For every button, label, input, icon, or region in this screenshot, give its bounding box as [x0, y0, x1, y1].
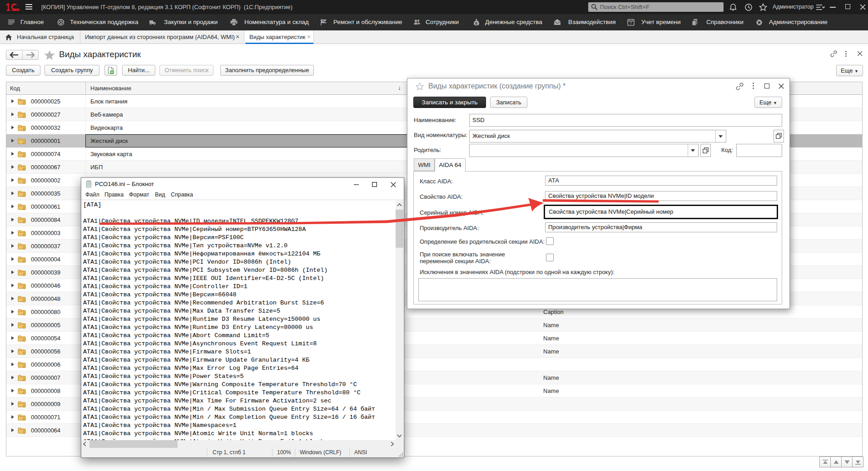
- svg-text:7: 7: [630, 21, 632, 25]
- svg-text:$: $: [475, 21, 477, 25]
